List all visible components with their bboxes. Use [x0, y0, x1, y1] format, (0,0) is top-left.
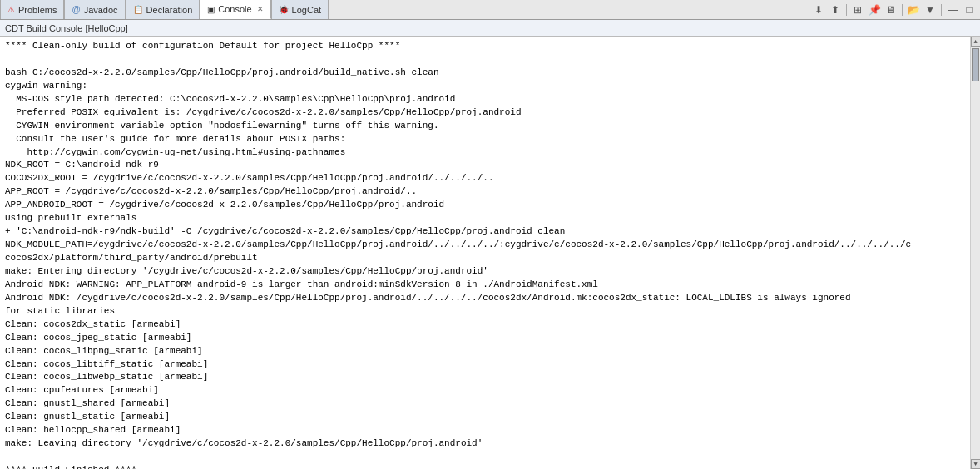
console-wrapper: **** Clean-only build of configuration D…: [0, 37, 980, 469]
scrollbar-track[interactable]: [971, 47, 980, 459]
tab-problems-label: Problems: [18, 5, 57, 15]
javadoc-icon: @: [72, 5, 80, 14]
console-icon: ▣: [207, 5, 215, 14]
separator-3: [941, 4, 942, 16]
tab-declaration[interactable]: 📋 Declaration: [126, 0, 200, 19]
scroll-up-arrow[interactable]: ▲: [971, 37, 981, 47]
scroll-down-button[interactable]: ⬇: [811, 2, 826, 17]
right-scrollbar[interactable]: ▲ ▼: [970, 37, 980, 469]
minimize-button[interactable]: —: [945, 2, 960, 17]
problems-icon: ⚠: [7, 5, 15, 14]
new-console-button[interactable]: ⊞: [850, 2, 865, 17]
tab-javadoc-label: Javadoc: [84, 5, 118, 15]
console-output[interactable]: **** Clean-only build of configuration D…: [0, 37, 970, 469]
console-title: CDT Build Console [HelloCpp]: [0, 20, 980, 37]
console-title-text: CDT Build Console [HelloCpp]: [5, 23, 128, 33]
scroll-up-button[interactable]: ⬆: [828, 2, 843, 17]
display-selected-button[interactable]: 🖥: [883, 2, 898, 17]
separator-1: [846, 4, 847, 16]
tab-bar: ⚠ Problems @ Javadoc 📋 Declaration ▣ Con…: [0, 0, 980, 20]
tab-console[interactable]: ▣ Console ✕: [200, 0, 270, 19]
console-close-icon[interactable]: ✕: [257, 5, 264, 13]
toolbar-right: ⬇ ⬆ ⊞ 📌 🖥 📂 ▼ — □: [808, 0, 980, 19]
scrollbar-thumb[interactable]: [972, 48, 979, 81]
tab-declaration-label: Declaration: [146, 5, 193, 15]
tab-logcat[interactable]: 🐞 LogCat: [271, 0, 329, 19]
separator-2: [902, 4, 903, 16]
scroll-down-arrow[interactable]: ▼: [971, 459, 981, 469]
tab-problems[interactable]: ⚠ Problems: [0, 0, 64, 19]
open-file-button[interactable]: 📂: [906, 2, 921, 17]
tab-javadoc[interactable]: @ Javadoc: [64, 0, 125, 19]
declaration-icon: 📋: [133, 5, 143, 14]
tab-console-label: Console: [218, 4, 251, 14]
view-menu-button[interactable]: ▼: [923, 2, 938, 17]
logcat-icon: 🐞: [279, 5, 289, 14]
maximize-button[interactable]: □: [962, 2, 977, 17]
tab-logcat-label: LogCat: [292, 5, 321, 15]
pin-console-button[interactable]: 📌: [867, 2, 882, 17]
